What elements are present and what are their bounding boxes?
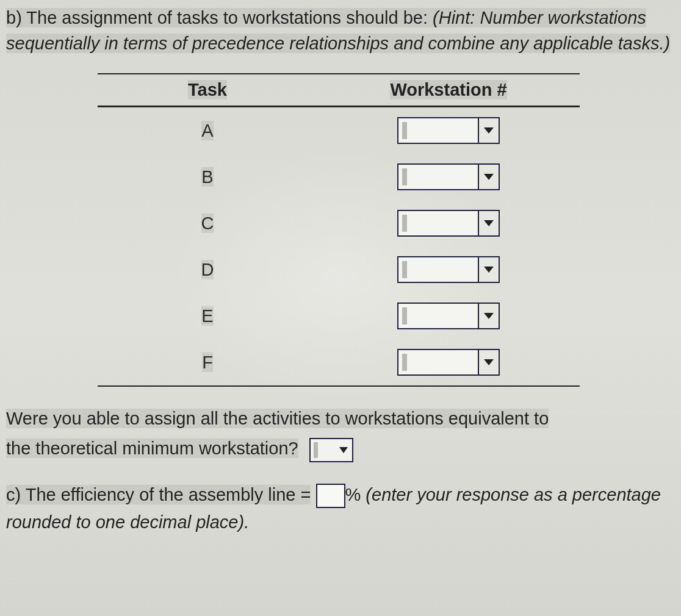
efficiency-input[interactable] (316, 484, 345, 508)
svg-marker-3 (484, 267, 494, 273)
chevron-down-icon[interactable] (478, 165, 499, 189)
workstation-select-b[interactable] (397, 163, 500, 190)
theoretical-min-question: Were you able to assign all the activiti… (6, 404, 671, 464)
svg-marker-0 (484, 127, 494, 134)
svg-marker-2 (484, 220, 494, 226)
text-cursor (402, 307, 407, 324)
task-label: D (201, 260, 214, 279)
part-b-lead: b) The assignment of tasks to workstatio… (6, 8, 433, 27)
part-c-prompt: c) The efficiency of the assembly line =… (6, 481, 671, 536)
table-footer-rule (98, 385, 580, 387)
workstation-select-d[interactable] (397, 256, 500, 283)
select-value (411, 304, 478, 328)
table-row: A (98, 107, 580, 154)
theoretical-min-select[interactable] (309, 438, 353, 462)
text-cursor (402, 122, 407, 139)
svg-marker-5 (484, 359, 494, 365)
select-value (411, 118, 478, 143)
table-row: C (98, 200, 580, 246)
table-row: B (98, 154, 580, 200)
chevron-down-icon[interactable] (335, 439, 352, 461)
table-row: F (98, 339, 580, 385)
chevron-down-icon[interactable] (478, 118, 499, 143)
workstation-select-e[interactable] (397, 303, 500, 329)
select-value (321, 439, 335, 461)
table-row: D (98, 246, 580, 293)
task-label: E (201, 306, 213, 326)
header-workstation: Workstation # (390, 80, 506, 99)
text-cursor (402, 354, 407, 371)
task-label: F (202, 353, 213, 372)
theoretical-min-line1: Were you able to assign all the activiti… (6, 409, 549, 428)
text-cursor (402, 215, 407, 232)
part-b-prompt: b) The assignment of tasks to workstatio… (6, 5, 671, 56)
workstation-select-a[interactable] (397, 117, 500, 144)
part-c-lead: c) The efficiency of the assembly line = (6, 485, 311, 504)
chevron-down-icon[interactable] (478, 211, 499, 235)
svg-marker-4 (484, 313, 494, 319)
chevron-down-icon[interactable] (478, 350, 499, 374)
select-value (411, 165, 478, 189)
select-value (411, 350, 478, 374)
workstation-select-c[interactable] (397, 210, 500, 237)
svg-marker-1 (484, 174, 494, 180)
text-cursor (314, 442, 318, 458)
workstation-select-f[interactable] (397, 349, 500, 376)
task-workstation-table: Task Workstation # A B (98, 73, 580, 387)
table-header-row: Task Workstation # (98, 73, 580, 107)
chevron-down-icon[interactable] (478, 257, 499, 282)
text-cursor (402, 261, 407, 278)
table-row: E (98, 293, 580, 339)
select-value (411, 257, 478, 282)
percent-unit: % (345, 485, 366, 504)
task-label: C (201, 213, 214, 233)
text-cursor (402, 168, 407, 185)
theoretical-min-line2: the theoretical minimum workstation? (6, 439, 298, 458)
header-task: Task (188, 80, 227, 99)
task-label: B (201, 167, 213, 187)
task-label: A (201, 121, 213, 140)
svg-marker-6 (339, 447, 348, 453)
select-value (411, 211, 478, 235)
chevron-down-icon[interactable] (478, 304, 499, 328)
